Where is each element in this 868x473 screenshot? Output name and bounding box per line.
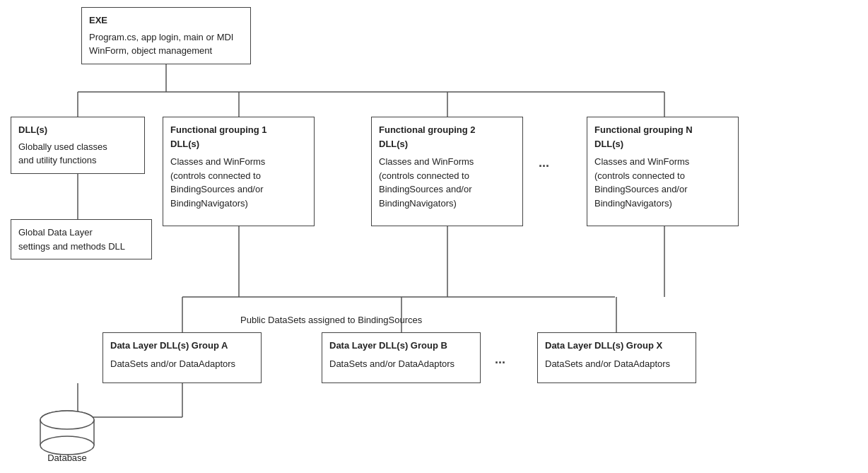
dlb-title: Data Layer DLL(s) Group B (329, 339, 473, 353)
dla-box: Data Layer DLL(s) Group A DataSets and/o… (102, 332, 262, 383)
fgN-title: Functional grouping N DLL(s) (594, 123, 731, 151)
exe-body: Program.cs, app login, main or MDI WinFo… (89, 30, 243, 58)
dlx-box: Data Layer DLL(s) Group X DataSets and/o… (537, 332, 696, 383)
dots-dl: ... (495, 352, 505, 367)
data-layer-settings-title: Global Data Layer settings and methods D… (18, 226, 144, 253)
dlb-box: Data Layer DLL(s) Group B DataSets and/o… (322, 332, 481, 383)
fg2-box: Functional grouping 2 DLL(s) Classes and… (371, 117, 523, 226)
dlb-body: DataSets and/or DataAdaptors (329, 357, 473, 371)
fgN-body: Classes and WinForms (controls connected… (594, 155, 731, 210)
dll-global-title: DLL(s) (18, 123, 137, 137)
dll-global-body: Globally used classes and utility functi… (18, 140, 137, 168)
database-svg (32, 410, 102, 456)
fgN-box: Functional grouping N DLL(s) Classes and… (587, 117, 739, 226)
dla-body: DataSets and/or DataAdaptors (110, 357, 254, 371)
data-layer-settings-box: Global Data Layer settings and methods D… (11, 219, 152, 259)
dll-global-box: DLL(s) Globally used classes and utility… (11, 117, 145, 174)
database-icon: Database (32, 410, 102, 463)
exe-box: EXE Program.cs, app login, main or MDI W… (81, 7, 251, 64)
dlx-body: DataSets and/or DataAdaptors (545, 357, 688, 371)
fg1-body: Classes and WinForms (controls connected… (170, 155, 307, 210)
dlx-title: Data Layer DLL(s) Group X (545, 339, 688, 353)
architecture-diagram: EXE Program.cs, app login, main or MDI W… (0, 0, 868, 473)
svg-point-22 (40, 411, 94, 429)
exe-title: EXE (89, 13, 243, 28)
fg2-body: Classes and WinForms (controls connected… (379, 155, 515, 210)
public-datasets-label: Public DataSets assigned to BindingSourc… (240, 315, 422, 325)
dots-fg: ... (539, 156, 549, 170)
fg1-box: Functional grouping 1 DLL(s) Classes and… (163, 117, 315, 226)
fg2-title: Functional grouping 2 DLL(s) (379, 123, 515, 151)
fg1-title: Functional grouping 1 DLL(s) (170, 123, 307, 151)
dla-title: Data Layer DLL(s) Group A (110, 339, 254, 353)
